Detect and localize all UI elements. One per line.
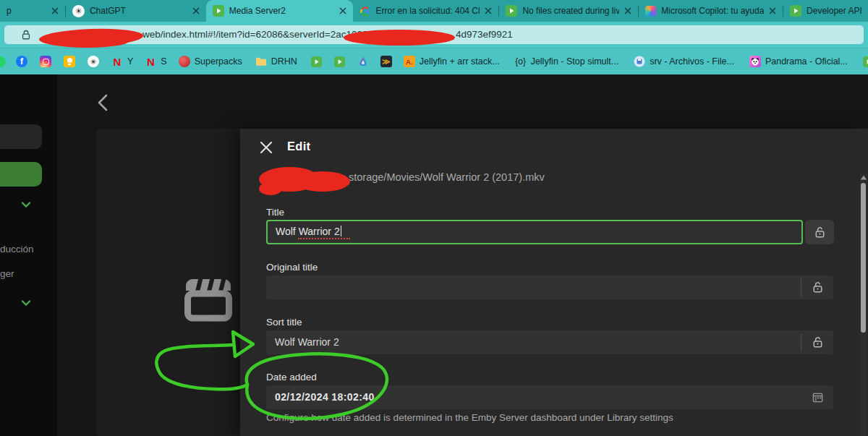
- original-title-lock-button[interactable]: [801, 275, 833, 299]
- close-icon[interactable]: [260, 141, 273, 154]
- tab-close-icon[interactable]: [51, 7, 59, 14]
- bookmark-drhn-folder[interactable]: DRHN: [255, 56, 297, 67]
- chatgpt-icon: ✳: [88, 56, 99, 67]
- chevron-down-icon[interactable]: [20, 297, 32, 309]
- sidebar-item-manager[interactable]: ger: [0, 268, 14, 279]
- address-bar[interactable]: https web/index.html#!/item?id=62086&ser…: [4, 25, 864, 44]
- tab-title: Microsoft Copilot: tu ayuda: [661, 6, 764, 16]
- netflix-icon: N: [111, 56, 123, 67]
- tab-close-icon[interactable]: [624, 7, 631, 14]
- bookmark-label: Superpacks: [195, 56, 242, 67]
- bookmark-netflix-s[interactable]: N S: [145, 56, 166, 67]
- url-prefix: https: [65, 29, 86, 40]
- bookmark-pandrama[interactable]: Pandrama - Oficial...: [749, 56, 848, 67]
- browser-window: p ✳ ChatGPT Media Server2 Error en la so…: [0, 0, 868, 436]
- tab-copilot[interactable]: Microsoft Copilot: tu ayuda: [639, 0, 783, 22]
- tab-error-404[interactable]: Error en la solicitud: 404 Cli: [353, 0, 499, 22]
- sort-title-value: Wolf Warrior 2: [275, 336, 339, 348]
- bookmark-whatsapp[interactable]: [0, 56, 6, 67]
- bookmark-chatgpt[interactable]: ✳: [88, 56, 99, 67]
- tab-close-icon[interactable]: [192, 7, 200, 14]
- bookmark-label: S: [161, 56, 166, 67]
- emby-favicon: [790, 5, 801, 17]
- file-path: storage/Movies/Wolf Warrior 2 (2017).mkv: [349, 171, 545, 183]
- movie-placeholder-icon: [184, 278, 233, 322]
- bookmark-netflix-y[interactable]: N Y: [111, 56, 133, 67]
- bookmark-betadev-emby[interactable]: betadev.emby...: [863, 56, 868, 67]
- tab-chatgpt[interactable]: ✳ ChatGPT: [66, 0, 206, 22]
- sort-title-label: Sort title: [266, 317, 302, 328]
- panda-icon: [749, 56, 761, 67]
- calendar-icon[interactable]: [812, 391, 824, 403]
- bookmark-jellyfin-stop[interactable]: {o} Jellyfin - Stop simult...: [515, 56, 619, 67]
- copilot-favicon: [645, 6, 656, 17]
- folder-icon: [255, 56, 267, 67]
- emby-page: ducción ger Edit storage/Movies/Wolf War…: [0, 74, 868, 436]
- netflix-icon: N: [145, 56, 156, 67]
- whatsapp-icon: [0, 56, 6, 67]
- date-added-label: Date added: [266, 372, 317, 382]
- tab-no-files[interactable]: No files created during live: [499, 0, 638, 22]
- tab-close-icon[interactable]: [339, 7, 346, 14]
- tab-developer-api[interactable]: Developer API - E: [783, 0, 868, 22]
- tab-close-icon[interactable]: [769, 7, 776, 14]
- bookmark-jellyfin[interactable]: [357, 56, 369, 67]
- tab-title: Developer API - E: [807, 6, 861, 16]
- bookmark-label: Pandrama - Oficial...: [765, 56, 848, 67]
- emby-icon: [863, 56, 868, 67]
- scroll-up-arrow[interactable]: [861, 175, 867, 180]
- arr-icon: A.: [404, 56, 415, 67]
- text-caret: [341, 226, 342, 236]
- bookmark-label: DRHN: [271, 56, 297, 67]
- chevron-down-icon[interactable]: [20, 199, 32, 210]
- sort-title-input[interactable]: Wolf Warrior 2: [266, 330, 833, 354]
- back-button[interactable]: [95, 93, 111, 112]
- title-lock-button[interactable]: [805, 220, 834, 244]
- original-title-input[interactable]: [266, 275, 833, 299]
- original-title-label: Original title: [266, 262, 318, 273]
- tab-title: p: [7, 6, 46, 16]
- tab-strip: p ✳ ChatGPT Media Server2 Error en la so…: [0, 0, 868, 22]
- sidebar-item-highlighted[interactable]: [0, 124, 42, 149]
- bookmark-srv-archivos[interactable]: srv - Archivos - File...: [634, 56, 734, 67]
- bookmark-gold-arrows[interactable]: ≫: [380, 56, 392, 67]
- scrollbar-thumb[interactable]: [861, 183, 866, 333]
- lock-icon: [20, 29, 32, 40]
- srv-icon: [634, 56, 645, 67]
- bookmark-label: Y: [127, 56, 133, 67]
- date-added-value: 02/12/2024 18:02:40: [275, 391, 375, 403]
- bookmark-emby-2[interactable]: [334, 56, 346, 67]
- bookmark-superpacks[interactable]: Superpacks: [179, 56, 242, 67]
- unlock-icon: [813, 226, 827, 239]
- emby-icon: [311, 56, 323, 67]
- bookmark-jellyfin-arr[interactable]: A. Jellyfin + arr stack...: [404, 56, 500, 67]
- bookmark-label: Jellyfin - Stop simult...: [531, 56, 619, 67]
- dialog-title: Edit: [287, 140, 310, 153]
- tab-media-server-active[interactable]: Media Server2: [206, 0, 353, 22]
- bookmark-emby-1[interactable]: [311, 56, 323, 67]
- tab-whatsapp[interactable]: p: [0, 0, 65, 22]
- sidebar: ducción ger: [0, 74, 57, 436]
- dialog-scrollbar[interactable]: [860, 174, 867, 436]
- tab-close-icon[interactable]: [485, 7, 492, 14]
- tab-title: ChatGPT: [90, 6, 187, 16]
- sidebar-item-reproduccion[interactable]: ducción: [0, 244, 34, 255]
- bookmark-label: srv - Archivos - File...: [650, 56, 734, 67]
- bookmark-keep[interactable]: [64, 56, 75, 67]
- browser-toolbar: https web/index.html#!/item?id=62086&ser…: [0, 22, 868, 48]
- date-added-helper-text: Configure how date added is determined i…: [266, 412, 673, 423]
- bookmark-facebook[interactable]: f: [16, 56, 27, 67]
- url-suffix: 4d973ef9921: [456, 29, 513, 40]
- tab-title: No files created during live: [522, 6, 619, 16]
- tab-title: Error en la solicitud: 404 Cli: [376, 6, 480, 16]
- emby-icon: [334, 56, 346, 67]
- google-favicon: [359, 5, 371, 17]
- bookmark-instagram[interactable]: [40, 56, 51, 67]
- title-input[interactable]: Wolf Warrior 2: [266, 220, 803, 244]
- title-label: Title: [266, 207, 284, 218]
- sidebar-item-selected[interactable]: [0, 162, 42, 187]
- bookmark-label: Jellyfin + arr stack...: [420, 56, 500, 67]
- sort-title-lock-button[interactable]: [801, 330, 833, 354]
- date-added-input[interactable]: 02/12/2024 18:02:40: [266, 385, 833, 409]
- emby-favicon: [213, 5, 224, 17]
